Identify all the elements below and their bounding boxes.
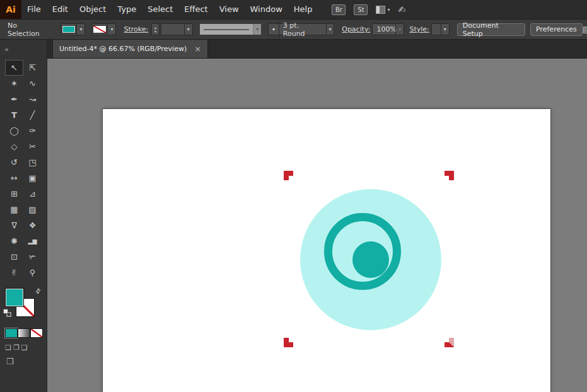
style-label[interactable]: Style:	[409, 25, 429, 33]
mesh-tool[interactable]: ▦	[5, 202, 23, 217]
selection-tool[interactable]: ↖	[5, 60, 23, 76]
draw-inside-icon[interactable]: ❑	[21, 343, 28, 352]
curvature-tool[interactable]: ↝	[23, 91, 42, 107]
hand-tool[interactable]: ✌	[5, 265, 23, 280]
swap-fill-stroke-icon[interactable]: ⇄	[33, 287, 42, 296]
color-mode-row	[5, 328, 47, 338]
zoom-tool[interactable]: ⚲	[23, 265, 42, 280]
pen-tool[interactable]: ✒	[5, 91, 23, 107]
fill-color-swatch[interactable]	[62, 25, 76, 33]
brush-definition-combo[interactable]: • 3 pt. Round ▾	[268, 23, 334, 35]
style-combo[interactable]: ▾	[431, 23, 450, 35]
tool-grid: ↖ ⇱ ✶ ∿ ✒ ↝ T ╱ ◯ ✑ ◇ ✂ ↺ ◳ ↔ ▣ ⊞ ⊿ ▦ ▨ …	[0, 60, 47, 280]
none-button[interactable]	[30, 328, 43, 338]
rotate-tool[interactable]: ↺	[5, 154, 23, 170]
slice-tool[interactable]: ✃	[23, 249, 42, 265]
stroke-weight-combo[interactable]: ▾	[161, 23, 193, 35]
menu-file[interactable]: File	[21, 0, 47, 19]
tools-panel: « ↖ ⇱ ✶ ∿ ✒ ↝ T ╱ ◯ ✑ ◇ ✂ ↺ ◳ ↔ ▣ ⊞ ⊿ ▦ …	[0, 40, 47, 392]
shaper-tool[interactable]: ◇	[5, 139, 23, 154]
draw-normal-icon[interactable]: ❏	[5, 343, 11, 352]
scissors-tool[interactable]: ✂	[23, 139, 42, 154]
menu-bar: Ai File Edit Object Type Select Effect V…	[0, 0, 587, 19]
gradient-button[interactable]	[18, 328, 30, 338]
column-graph-tool[interactable]: ▂▆	[23, 233, 42, 249]
chevron-down-icon[interactable]: ▾	[107, 24, 115, 35]
stroke-weight-stepper[interactable]: ▴ ▾	[151, 23, 160, 35]
menu-object[interactable]: Object	[74, 0, 112, 19]
width-tool[interactable]: ↔	[5, 170, 23, 186]
crop-mark-bottom-right[interactable]	[445, 338, 454, 347]
workspace-switcher[interactable]: ▾	[376, 6, 390, 14]
perspective-grid-tool[interactable]: ⊿	[23, 186, 42, 202]
crop-mark-bottom-left[interactable]	[284, 338, 293, 347]
magic-wand-tool[interactable]: ✶	[5, 76, 23, 91]
canvas[interactable]	[47, 59, 587, 392]
chevron-down-icon[interactable]: ▾	[441, 24, 449, 35]
artboard[interactable]	[103, 109, 550, 392]
draw-behind-icon[interactable]: ❐	[13, 343, 20, 352]
chevron-down-icon: ▾	[253, 24, 261, 35]
free-transform-tool[interactable]: ▣	[23, 170, 42, 186]
brush-name: 3 pt. Round	[279, 21, 326, 38]
chevron-down-icon[interactable]: ▾	[326, 24, 334, 35]
fill-proxy-swatch[interactable]	[5, 288, 24, 307]
opacity-value[interactable]: 100%	[373, 25, 395, 33]
screen-mode-icon[interactable]: ❒	[6, 357, 14, 366]
fill-color-picker[interactable]: ▾	[61, 23, 85, 35]
gradient-tool[interactable]: ▨	[23, 202, 42, 217]
menu-edit[interactable]: Edit	[47, 0, 74, 19]
eyedropper-tool[interactable]: ∇	[5, 217, 23, 233]
scale-tool[interactable]: ◳	[23, 154, 42, 170]
illustrator-logo-icon: Ai	[0, 0, 21, 19]
close-tab-icon[interactable]: ×	[194, 44, 201, 54]
type-tool[interactable]: T	[5, 107, 23, 123]
control-bar: No Selection ▾ ▾ Stroke: ▴ ▾ ▾ ▾ • 3 pt.…	[0, 19, 587, 40]
color-button[interactable]	[5, 328, 18, 338]
ellipse-tool[interactable]: ◯	[5, 123, 23, 139]
chevron-down-icon[interactable]: ▾	[76, 24, 84, 35]
stroke-color-picker[interactable]: ▾	[91, 23, 116, 35]
document-tab-bar: Untitled-4* @ 66.67% (RGB/Preview) ×	[47, 40, 587, 59]
menu-view[interactable]: View	[214, 0, 245, 19]
chevron-down-icon[interactable]: ▾	[184, 24, 192, 35]
stroke-none-swatch[interactable]	[93, 25, 107, 33]
menu-select[interactable]: Select	[142, 0, 178, 19]
blend-tool[interactable]: ❖	[23, 217, 42, 233]
document-tab-title: Untitled-4* @ 66.67% (RGB/Preview)	[59, 45, 187, 53]
selection-status: No Selection	[8, 21, 45, 38]
variable-width-profile-combo[interactable]: ▾	[199, 23, 262, 35]
width-profile-preview	[204, 29, 250, 30]
crop-mark-top-right[interactable]	[445, 171, 454, 180]
symbol-sprayer-tool[interactable]: ✺	[5, 233, 23, 249]
opacity-label[interactable]: Opacity:	[342, 25, 370, 33]
artboard-tool[interactable]: ⊡	[5, 249, 23, 265]
preferences-button[interactable]: Preferences	[530, 23, 583, 36]
paintbrush-tool[interactable]: ✑	[23, 123, 42, 139]
menu-window[interactable]: Window	[245, 0, 288, 19]
direct-selection-tool[interactable]: ⇱	[23, 60, 42, 76]
menu-type[interactable]: Type	[112, 0, 142, 19]
opacity-combo[interactable]: 100% ›	[372, 23, 404, 35]
fill-stroke-indicator: ⇄	[5, 288, 44, 321]
stroke-label[interactable]: Stroke:	[124, 25, 148, 33]
brush-stroke-icon: •	[269, 25, 279, 33]
panel-overflow-icon[interactable]: ▤	[583, 25, 587, 34]
crop-mark-top-left[interactable]	[284, 171, 293, 180]
touch-workspace-icon[interactable]: ✍	[398, 4, 405, 14]
menu-help[interactable]: Help	[288, 0, 318, 19]
stock-button[interactable]: St	[354, 4, 368, 15]
document-setup-button[interactable]: Document Setup	[457, 23, 525, 36]
chevron-down-icon: ▾	[387, 7, 390, 13]
bridge-button[interactable]: Br	[332, 4, 346, 15]
lasso-tool[interactable]: ∿	[23, 76, 42, 91]
target-icon-center-dot[interactable]	[352, 241, 389, 278]
menu-effect[interactable]: Effect	[178, 0, 213, 19]
spinner-down-icon[interactable]: ▾	[154, 30, 156, 33]
chevron-right-icon[interactable]: ›	[395, 24, 404, 35]
document-tab[interactable]: Untitled-4* @ 66.67% (RGB/Preview) ×	[52, 40, 208, 58]
default-fill-stroke-icon[interactable]	[3, 309, 12, 318]
shape-builder-tool[interactable]: ⊞	[5, 186, 23, 202]
collapse-panel-icon[interactable]: «	[4, 45, 9, 54]
line-segment-tool[interactable]: ╱	[23, 107, 42, 123]
